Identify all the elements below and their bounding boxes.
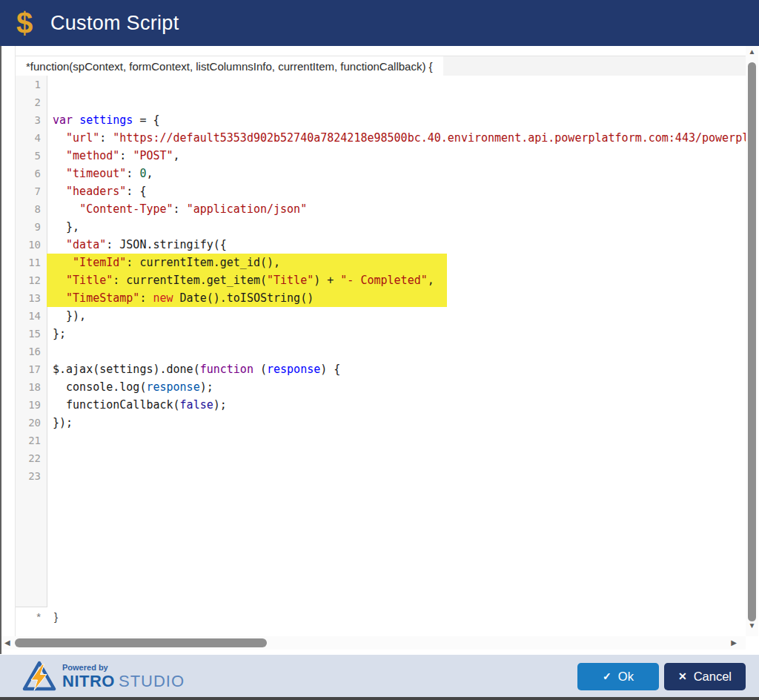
code-text[interactable]: "TimeStamp": new Date().toISOString() [47, 289, 746, 307]
line-number: 16 [16, 346, 47, 357]
line-number: 13 [16, 292, 47, 304]
code-line[interactable]: 6 "timeout": 0, [16, 165, 746, 182]
dialog-title: Custom Script [50, 12, 179, 35]
code-text[interactable]: functionCallback(false); [47, 396, 746, 414]
function-wrapper-close-line: * } [16, 607, 58, 626]
code-line[interactable]: 14 }), [16, 307, 746, 325]
vertical-scrollbar-thumb[interactable] [748, 62, 756, 621]
dialog-header: $ Custom Script [0, 0, 759, 46]
code-text[interactable]: "ItemId": currentItem.get_id(), [47, 254, 746, 271]
code-line[interactable]: 7 "headers": { [16, 182, 746, 200]
code-line[interactable]: 10 "data": JSON.stringify({ [16, 236, 746, 254]
scroll-left-icon[interactable]: ◀ [4, 638, 10, 647]
wrapper-close-brace: } [47, 610, 58, 623]
window-bottom-edge [0, 697, 759, 700]
code-text[interactable]: "method": "POST", [47, 147, 746, 165]
line-number: 23 [16, 470, 47, 482]
cancel-button[interactable]: ✕ Cancel [664, 663, 746, 690]
code-text[interactable]: $.ajax(settings).done(function (response… [47, 360, 746, 378]
code-text[interactable]: }, [47, 218, 746, 236]
vertical-scrollbar[interactable]: ▲ ▼ [746, 46, 758, 636]
function-wrapper-open-text: *function(spContext, formContext, listCo… [16, 56, 443, 76]
code-text[interactable]: "Title": currentItem.get_item("Title") +… [47, 271, 746, 289]
code-line[interactable]: 18 console.log(response); [16, 378, 746, 396]
code-line[interactable]: 2 [16, 93, 746, 111]
code-text[interactable] [47, 343, 746, 360]
code-line[interactable]: 21 [16, 432, 746, 449]
scroll-right-icon[interactable]: ▶ [731, 638, 737, 647]
scroll-up-icon[interactable]: ▲ [746, 47, 758, 56]
check-icon: ✓ [603, 670, 611, 682]
code-line[interactable]: 4 "url": "https://default5353d902b52740a… [16, 129, 746, 147]
code-line[interactable]: 22 [16, 449, 746, 467]
code-line[interactable]: 9 }, [16, 218, 746, 236]
brand-studio: STUDIO [119, 673, 185, 690]
line-number: 2 [16, 96, 47, 108]
script-editor[interactable]: *function(spContext, formContext, listCo… [15, 46, 746, 636]
code-text[interactable]: "timeout": 0, [47, 165, 746, 182]
line-number: 7 [16, 185, 47, 197]
window-left-edge [0, 0, 1, 700]
line-number: 20 [16, 417, 47, 429]
code-text[interactable] [47, 93, 746, 111]
code-line[interactable]: 19 functionCallback(false); [16, 396, 746, 414]
code-lines[interactable]: 123var settings = {4 "url": "https://def… [16, 76, 746, 485]
line-number: 10 [16, 239, 47, 251]
line-number: 21 [16, 435, 47, 446]
code-text[interactable] [47, 449, 746, 467]
horizontal-scrollbar-thumb[interactable] [15, 638, 267, 647]
scroll-down-icon[interactable]: ▼ [746, 621, 758, 630]
line-number: 15 [16, 328, 47, 340]
ok-button[interactable]: ✓ Ok [577, 663, 659, 690]
line-number: 18 [16, 381, 47, 393]
horizontal-scrollbar[interactable]: ◀ ▶ [1, 636, 746, 650]
code-line[interactable]: 5 "method": "POST", [16, 147, 746, 165]
code-text[interactable]: "url": "https://default5353d902b52740a78… [47, 129, 746, 147]
dialog-footer: Powered by NITRO STUDIO ✓ Ok ✕ Cancel [0, 654, 759, 698]
cancel-button-label: Cancel [694, 670, 732, 684]
code-line[interactable]: 20}); [16, 414, 746, 432]
code-line[interactable]: 23 [16, 467, 746, 485]
line-number: 19 [16, 399, 47, 411]
code-text[interactable]: }), [47, 307, 746, 325]
wrapper-close-marker: * [16, 610, 47, 623]
line-number: 14 [16, 310, 47, 322]
code-line[interactable]: 13 "TimeStamp": new Date().toISOString() [16, 289, 746, 307]
code-line[interactable]: 16 [16, 343, 746, 360]
code-line[interactable]: 17$.ajax(settings).done(function (respon… [16, 360, 746, 378]
powered-by-label: Powered by [62, 664, 185, 672]
code-text[interactable]: var settings = { [47, 111, 746, 129]
code-line[interactable]: 3var settings = { [16, 111, 746, 129]
nitro-studio-logo: Powered by NITRO STUDIO [22, 660, 185, 693]
code-line[interactable]: 1 [16, 76, 746, 93]
line-number: 6 [16, 168, 47, 179]
code-text[interactable]: }; [47, 325, 746, 343]
line-number: 1 [16, 79, 47, 90]
code-line[interactable]: 8 "Content-Type": "application/json" [16, 200, 746, 218]
code-text[interactable]: console.log(response); [47, 378, 746, 396]
line-number: 3 [16, 114, 47, 126]
code-text[interactable]: "Content-Type": "application/json" [47, 200, 746, 218]
ok-button-label: Ok [618, 670, 634, 684]
brand-nitro: NITRO [62, 673, 115, 690]
function-wrapper-open-line: *function(spContext, formContext, listCo… [16, 56, 746, 76]
code-line[interactable]: 11 "ItemId": currentItem.get_id(), [16, 254, 746, 271]
line-number: 22 [16, 452, 47, 464]
code-text[interactable] [47, 76, 746, 93]
dollar-icon: $ [4, 0, 44, 46]
code-text[interactable]: "headers": { [47, 182, 746, 200]
code-line[interactable]: 12 "Title": currentItem.get_item("Title"… [16, 271, 746, 289]
line-number: 12 [16, 274, 47, 286]
code-text[interactable]: }); [47, 414, 746, 432]
line-number: 17 [16, 363, 47, 375]
line-number: 8 [16, 203, 47, 215]
code-text[interactable]: "data": JSON.stringify({ [47, 236, 746, 254]
code-text[interactable] [47, 467, 746, 485]
line-number: 11 [16, 257, 47, 268]
close-icon: ✕ [678, 670, 687, 682]
line-number: 5 [16, 150, 47, 162]
code-text[interactable] [47, 432, 746, 449]
code-line[interactable]: 15}; [16, 325, 746, 343]
line-number: 9 [16, 221, 47, 233]
nitro-triangle-bolt-icon [22, 660, 56, 693]
